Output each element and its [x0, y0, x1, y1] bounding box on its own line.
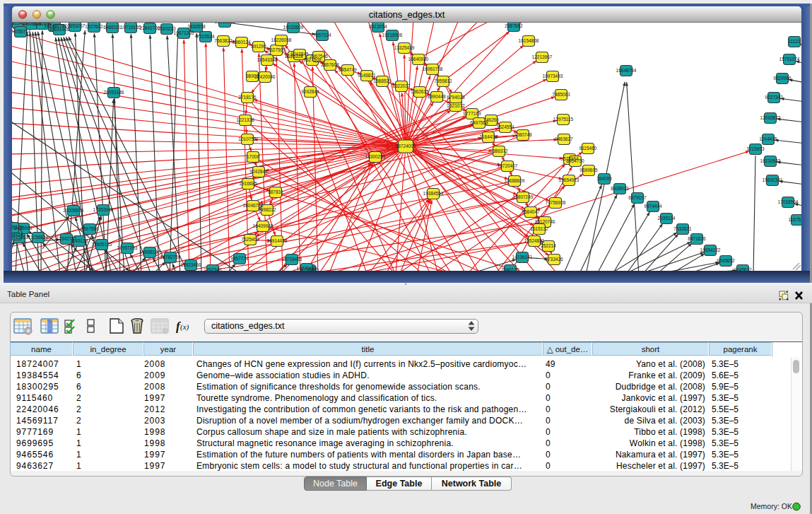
svg-text:16543342: 16543342	[257, 57, 278, 62]
svg-text:16782759: 16782759	[160, 255, 181, 259]
svg-text:9699695: 9699695	[579, 168, 598, 173]
svg-text:12905135: 12905135	[92, 242, 112, 247]
svg-text:9397586: 9397586	[81, 226, 99, 231]
svg-text:12975115: 12975115	[553, 117, 574, 122]
svg-text:11122: 11122	[788, 39, 800, 44]
svg-text:(x): (x)	[180, 322, 189, 332]
svg-text:2164436: 2164436	[479, 134, 498, 139]
svg-text:7515524: 7515524	[196, 34, 215, 39]
svg-text:1527602: 1527602	[85, 24, 103, 29]
svg-text:7632621: 7632621	[673, 226, 692, 231]
svg-text:1167534: 1167534	[789, 217, 801, 222]
svg-text:1244415: 1244415	[759, 136, 777, 141]
svg-text:9777169: 9777169	[463, 111, 481, 116]
svg-text:8454749: 8454749	[339, 67, 357, 72]
svg-text:19218506: 19218506	[382, 33, 403, 37]
svg-text:9242848: 9242848	[301, 89, 319, 94]
svg-text:15692301: 15692301	[763, 177, 783, 182]
svg-text:9329966: 9329966	[773, 76, 792, 81]
svg-text:16640910: 16640910	[408, 57, 429, 62]
svg-text:10688609: 10688609	[505, 178, 525, 183]
svg-text:19384554: 19384554	[423, 191, 444, 196]
svg-text:18724007: 18724007	[396, 144, 416, 148]
svg-text:746266: 746266	[483, 117, 499, 122]
svg-text:993154: 993154	[12, 232, 23, 237]
svg-text:9684047: 9684047	[522, 209, 540, 214]
svg-text:10719155: 10719155	[121, 25, 141, 30]
svg-text:7663822: 7663822	[214, 38, 233, 43]
svg-text:1621072: 1621072	[447, 103, 465, 108]
svg-text:19654923: 19654923	[559, 177, 579, 182]
svg-text:3624554: 3624554	[496, 124, 514, 129]
svg-text:12213967: 12213967	[532, 54, 553, 59]
svg-text:7625402: 7625402	[241, 237, 259, 242]
svg-text:9245612: 9245612	[734, 267, 752, 271]
svg-text:9498222: 9498222	[258, 207, 276, 212]
svg-text:18807249: 18807249	[513, 194, 534, 199]
svg-text:887831: 887831	[268, 189, 283, 194]
svg-text:8938923: 8938923	[611, 186, 629, 191]
svg-text:19958107: 19958107	[140, 250, 160, 255]
svg-text:2887682: 2887682	[505, 23, 523, 28]
svg-text:16033809: 16033809	[283, 25, 304, 30]
svg-text:16524851: 16524851	[524, 238, 545, 243]
svg-text:1221338: 1221338	[236, 117, 254, 122]
svg-text:2946120: 2946120	[501, 267, 519, 271]
svg-text:9227342: 9227342	[765, 95, 783, 100]
svg-text:1588520: 1588520	[373, 78, 392, 83]
svg-text:70756928: 70756928	[546, 200, 566, 205]
svg-text:17006: 17006	[247, 154, 259, 159]
svg-text:1362615: 1362615	[411, 89, 429, 94]
svg-text:1916685: 1916685	[239, 181, 257, 186]
svg-text:13325419: 13325419	[394, 45, 415, 50]
svg-text:24055714: 24055714	[12, 29, 31, 34]
svg-text:13270483: 13270483	[297, 266, 317, 271]
svg-text:12093872: 12093872	[760, 115, 781, 120]
svg-text:8954750: 8954750	[566, 158, 584, 163]
svg-text:18226058: 18226058	[271, 37, 292, 42]
svg-text:9463627: 9463627	[555, 136, 573, 141]
svg-text:11156829: 11156829	[28, 235, 48, 240]
svg-text:7955812: 7955812	[434, 78, 452, 83]
svg-text:15716485: 15716485	[282, 257, 302, 262]
svg-text:98901: 98901	[246, 74, 259, 78]
svg-text:16210643: 16210643	[760, 158, 781, 163]
svg-text:16961758: 16961758	[423, 66, 443, 71]
svg-text:16409948: 16409948	[253, 223, 273, 228]
svg-text:2718176: 2718176	[238, 95, 257, 100]
svg-text:1080748: 1080748	[514, 132, 532, 137]
svg-text:1010755: 1010755	[238, 136, 257, 141]
svg-text:1292346: 1292346	[204, 267, 222, 271]
svg-text:12923466: 12923466	[181, 262, 201, 267]
svg-text:2867546: 2867546	[310, 54, 328, 59]
svg-text:17353928: 17353928	[93, 207, 114, 212]
svg-text:20053346: 20053346	[104, 90, 124, 95]
svg-text:6879197: 6879197	[628, 195, 647, 200]
svg-text:8322037: 8322037	[392, 83, 411, 88]
svg-text:9474444: 9474444	[644, 204, 662, 209]
svg-text:20206576: 20206576	[64, 208, 84, 213]
svg-text:16120746: 16120746	[535, 219, 555, 224]
svg-text:18981216: 18981216	[215, 23, 235, 24]
svg-text:10653267: 10653267	[65, 23, 86, 28]
svg-text:17016504: 17016504	[778, 199, 799, 204]
svg-text:8813054: 8813054	[369, 24, 387, 29]
svg-text:9245652: 9245652	[717, 258, 735, 263]
svg-text:18300295: 18300295	[365, 154, 386, 159]
svg-text:10654122: 10654122	[700, 247, 721, 252]
svg-text:8471626: 8471626	[688, 236, 706, 241]
svg-text:17957253: 17957253	[117, 245, 138, 250]
svg-text:164095: 164095	[596, 176, 612, 181]
svg-text:3215953: 3215953	[746, 146, 765, 151]
svg-text:16154808: 16154808	[519, 38, 539, 43]
svg-text:6794028: 6794028	[447, 95, 465, 100]
svg-text:15751074: 15751074	[779, 57, 800, 62]
svg-text:9242845: 9242845	[290, 52, 309, 57]
svg-text:14136141: 14136141	[512, 255, 533, 259]
svg-text:16914479: 16914479	[267, 238, 288, 243]
svg-text:7357224: 7357224	[313, 33, 331, 37]
svg-text:15720407: 15720407	[498, 163, 518, 168]
svg-text:1615132: 1615132	[530, 226, 548, 231]
svg-text:9115460: 9115460	[579, 146, 597, 151]
svg-text:7485063: 7485063	[552, 92, 570, 97]
